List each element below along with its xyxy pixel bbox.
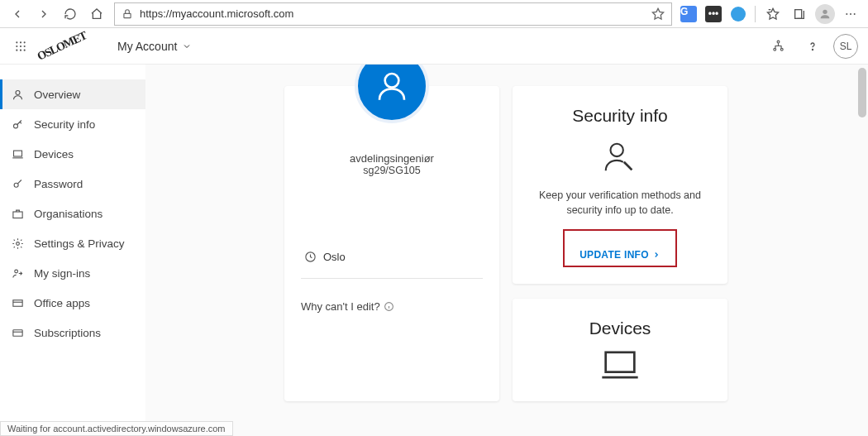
- svg-point-18: [812, 49, 813, 50]
- extension-circle-icon[interactable]: [727, 2, 750, 26]
- svg-rect-32: [606, 352, 635, 372]
- separator: [755, 6, 756, 22]
- sidebar-label: Overview: [34, 89, 80, 101]
- svg-point-22: [14, 183, 18, 187]
- lock-icon: [122, 8, 133, 20]
- svg-point-8: [24, 41, 26, 43]
- sidebar-item-devices[interactable]: Devices: [0, 139, 145, 169]
- sidebar-label: Devices: [34, 148, 74, 161]
- sidebar-label: My sign-ins: [34, 267, 90, 280]
- collections-button[interactable]: [787, 2, 812, 26]
- svg-point-17: [780, 48, 783, 50]
- briefcase-icon: [12, 208, 24, 220]
- key-icon: [12, 118, 24, 131]
- svg-point-24: [17, 242, 20, 245]
- profile-title: avdelingsingeniør: [301, 152, 483, 165]
- browser-toolbar: https://myaccount.microsoft.com G •••: [0, 0, 868, 28]
- forward-button[interactable]: [31, 2, 56, 26]
- svg-rect-23: [13, 212, 22, 218]
- svg-point-31: [611, 144, 623, 156]
- svg-rect-27: [13, 329, 22, 336]
- svg-point-7: [20, 41, 21, 43]
- sidebar-label: Settings & Privacy: [34, 237, 125, 250]
- help-icon[interactable]: [799, 32, 827, 60]
- app-header: OSLOMET My Account SL: [0, 28, 868, 65]
- card-icon: [12, 327, 24, 339]
- svg-point-9: [16, 45, 17, 46]
- back-button[interactable]: [5, 2, 30, 26]
- brand-logo: OSLOMET: [41, 42, 83, 50]
- svg-point-25: [15, 270, 18, 273]
- org-chart-icon[interactable]: [764, 32, 792, 60]
- status-bar: Waiting for account.activedirectory.wind…: [0, 421, 233, 436]
- svg-point-12: [16, 49, 17, 50]
- refresh-button[interactable]: [58, 2, 83, 26]
- key-icon: [12, 178, 24, 190]
- gear-icon: [12, 237, 24, 250]
- svg-point-6: [16, 41, 17, 43]
- apps-icon: [12, 297, 24, 309]
- sidebar-item-security[interactable]: Security info: [0, 109, 145, 139]
- svg-point-5: [854, 13, 856, 15]
- sidebar-label: Password: [34, 178, 83, 190]
- profile-card: avdelingsingeniør sg29/SG105 Oslo Why ca…: [284, 86, 499, 401]
- svg-point-28: [385, 74, 399, 88]
- scrollbar-thumb[interactable]: [858, 68, 866, 117]
- laptop-icon: [599, 348, 641, 385]
- avatar: [355, 65, 429, 123]
- person-icon: [12, 89, 24, 101]
- sidebar-item-organisations[interactable]: Organisations: [0, 199, 145, 228]
- sidebar-item-signins[interactable]: My sign-ins: [0, 258, 145, 288]
- translate-extension-icon[interactable]: G: [677, 2, 700, 26]
- svg-point-15: [777, 41, 780, 43]
- svg-point-13: [20, 49, 21, 50]
- home-button[interactable]: [84, 2, 109, 26]
- svg-rect-21: [14, 151, 22, 156]
- svg-point-16: [773, 48, 775, 50]
- why-cant-edit-link[interactable]: Why can't I edit?: [301, 300, 483, 313]
- highlight-annotation: UPDATE INFO: [563, 229, 677, 267]
- card-description: Keep your verification methods and secur…: [529, 189, 711, 218]
- favorites-button[interactable]: [761, 2, 785, 26]
- profile-button[interactable]: [813, 2, 837, 26]
- sidebar-label: Security info: [34, 118, 95, 131]
- user-avatar[interactable]: SL: [833, 34, 858, 59]
- sidebar-item-subscriptions[interactable]: Subscriptions: [0, 318, 145, 347]
- extension-icon[interactable]: •••: [702, 2, 725, 26]
- chevron-right-icon: [652, 251, 661, 259]
- clock-icon: [304, 251, 317, 263]
- favorite-icon[interactable]: [651, 7, 665, 21]
- signin-icon: [12, 267, 24, 280]
- sidebar-label: Subscriptions: [34, 327, 101, 339]
- svg-point-19: [16, 90, 20, 94]
- card-title: Security info: [572, 106, 668, 126]
- sidebar-item-overview[interactable]: Overview: [0, 79, 145, 109]
- svg-point-10: [20, 45, 21, 46]
- account-dropdown[interactable]: My Account: [117, 40, 192, 53]
- sidebar-label: Organisations: [34, 208, 103, 220]
- main-layout: Overview Security info Devices Password …: [0, 65, 868, 436]
- svg-point-3: [846, 13, 847, 15]
- svg-rect-0: [124, 13, 131, 17]
- sidebar-item-office[interactable]: Office apps: [0, 288, 145, 318]
- sidebar-item-settings[interactable]: Settings & Privacy: [0, 228, 145, 258]
- security-person-icon: [601, 139, 639, 180]
- svg-rect-26: [13, 299, 22, 306]
- svg-point-11: [24, 45, 26, 46]
- app-launcher-button[interactable]: [7, 32, 35, 60]
- laptop-icon: [12, 148, 24, 161]
- profile-subtitle: sg29/SG105: [301, 165, 483, 176]
- svg-point-4: [850, 13, 851, 15]
- account-label: My Account: [117, 40, 177, 53]
- address-bar[interactable]: https://myaccount.microsoft.com: [114, 2, 672, 26]
- sidebar-item-password[interactable]: Password: [0, 169, 145, 199]
- person-icon: [375, 69, 408, 103]
- more-button[interactable]: [838, 2, 863, 26]
- divider: [301, 278, 483, 279]
- content-area: avdelingsingeniør sg29/SG105 Oslo Why ca…: [145, 65, 868, 436]
- info-icon: [384, 301, 394, 312]
- url-text: https://myaccount.microsoft.com: [140, 7, 645, 20]
- update-info-link[interactable]: UPDATE INFO: [579, 249, 661, 261]
- security-info-card: Security info Keep your verification met…: [513, 86, 727, 284]
- card-title: Devices: [589, 319, 651, 338]
